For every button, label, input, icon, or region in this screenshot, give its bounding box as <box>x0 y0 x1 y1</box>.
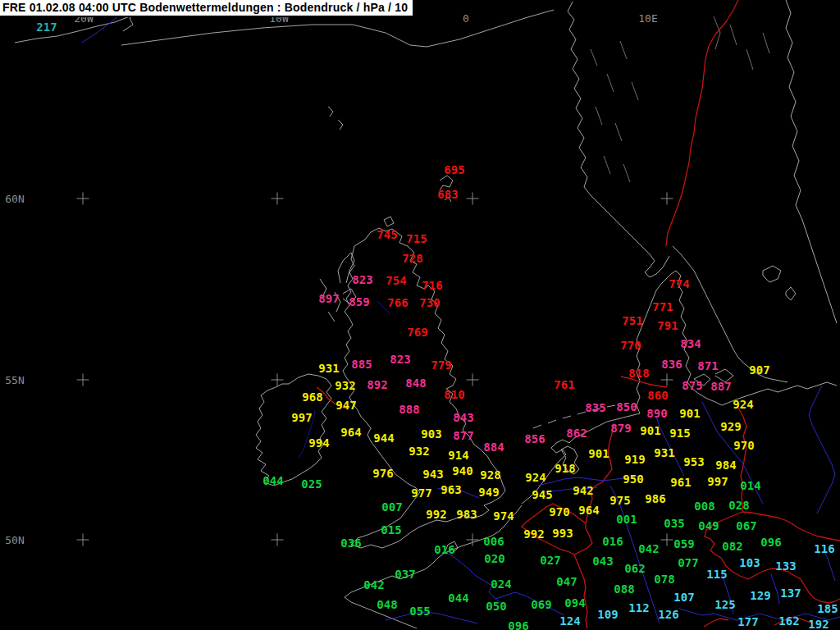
station-value: 931 <box>654 446 674 459</box>
station-value: 769 <box>407 326 427 339</box>
station-value: 770 <box>620 339 641 352</box>
station-value: 848 <box>405 377 426 390</box>
station-value: 970 <box>549 505 569 518</box>
station-value: 834 <box>680 337 701 350</box>
graticule-label: 60N <box>5 193 24 205</box>
station-value: 116 <box>814 542 834 555</box>
station-value: 992 <box>426 508 446 521</box>
station-value: 761 <box>554 378 574 391</box>
station-value: 049 <box>698 519 719 532</box>
station-value: 125 <box>714 598 735 611</box>
station-value: 728 <box>402 252 422 265</box>
station-value: 940 <box>452 464 472 477</box>
station-value: 859 <box>349 295 369 308</box>
station-value: 892 <box>367 378 387 391</box>
graticule-cross <box>467 534 479 546</box>
station-value: 835 <box>585 401 605 414</box>
station-value: 818 <box>628 367 649 380</box>
station-value: 970 <box>733 439 754 452</box>
station-value: 695 <box>444 163 464 176</box>
map-linework-svg <box>0 0 840 630</box>
station-value: 975 <box>609 494 630 507</box>
station-value: 078 <box>654 573 674 586</box>
station-value: 055 <box>409 605 430 618</box>
station-value: 901 <box>679 407 700 420</box>
station-value: 096 <box>760 536 781 549</box>
station-value: 823 <box>352 273 372 286</box>
station-value: 977 <box>411 486 431 500</box>
graticule-cross <box>661 374 673 386</box>
station-value: 035 <box>664 517 684 530</box>
graticule-cross <box>272 193 284 205</box>
station-value: 015 <box>381 523 401 536</box>
station-value: 771 <box>652 300 673 313</box>
station-value: 048 <box>377 598 397 611</box>
station-value: 124 <box>559 614 580 628</box>
graticule-label: 0 <box>463 12 469 25</box>
station-value: 082 <box>722 540 742 553</box>
station-value: 050 <box>486 600 506 613</box>
station-value: 994 <box>308 436 329 450</box>
station-value: 069 <box>531 598 551 611</box>
station-value: 745 <box>377 228 397 241</box>
station-value: 947 <box>336 399 356 412</box>
graticule-cross <box>272 374 284 386</box>
station-value: 932 <box>409 445 429 458</box>
station-value: 810 <box>444 388 464 401</box>
station-value: 067 <box>736 519 756 532</box>
station-value: 006 <box>483 535 504 548</box>
graticule-cross <box>77 534 89 546</box>
station-value: 860 <box>647 389 668 402</box>
station-value: 919 <box>624 453 645 466</box>
station-value: 042 <box>363 578 384 591</box>
title-bar: FRE 01.02.08 04:00 UTC Bodenwettermeldun… <box>0 0 414 17</box>
station-value: 059 <box>673 537 694 550</box>
station-value: 088 <box>614 582 634 596</box>
station-value: 944 <box>373 431 394 445</box>
station-value: 950 <box>623 472 643 486</box>
station-value: 109 <box>597 608 618 621</box>
station-value: 931 <box>318 362 339 375</box>
station-value: 001 <box>616 513 637 526</box>
station-value: 993 <box>552 527 573 540</box>
station-value: 162 <box>778 614 799 628</box>
station-value: 047 <box>556 575 577 588</box>
station-value: 016 <box>602 535 623 548</box>
station-value: 918 <box>555 462 575 475</box>
graticule-cross <box>272 534 284 546</box>
station-value: 992 <box>523 527 544 541</box>
station-value: 907 <box>749 363 769 377</box>
station-value: 986 <box>645 492 665 505</box>
station-value: 964 <box>578 504 599 517</box>
station-value: 843 <box>453 411 473 424</box>
station-value: 044 <box>448 591 468 605</box>
station-value: 850 <box>616 400 637 413</box>
station-value: 037 <box>395 568 415 581</box>
station-value: 997 <box>707 475 728 488</box>
station-value: 928 <box>480 468 500 482</box>
station-value: 929 <box>720 420 741 433</box>
station-value: 823 <box>390 353 410 366</box>
station-value: 968 <box>302 390 322 404</box>
station-value: 953 <box>683 455 704 468</box>
station-value: 885 <box>351 358 372 371</box>
station-value: 901 <box>640 424 660 437</box>
station-value: 177 <box>737 615 758 628</box>
station-value: 137 <box>780 587 801 600</box>
station-value: 984 <box>715 459 736 472</box>
station-value: 751 <box>622 314 642 327</box>
station-value: 016 <box>434 543 454 556</box>
graticule-cross <box>467 374 479 386</box>
station-value: 884 <box>483 441 504 454</box>
graticule-cross <box>77 193 89 205</box>
station-value: 836 <box>661 358 682 371</box>
station-value: 007 <box>381 500 402 514</box>
station-value: 779 <box>431 358 451 372</box>
station-value: 924 <box>525 471 546 484</box>
station-value: 871 <box>697 359 718 372</box>
station-value: 042 <box>638 542 659 555</box>
station-value: 028 <box>728 499 749 512</box>
station-value: 879 <box>610 422 631 435</box>
station-value: 062 <box>624 562 645 575</box>
station-value: 020 <box>484 552 504 565</box>
